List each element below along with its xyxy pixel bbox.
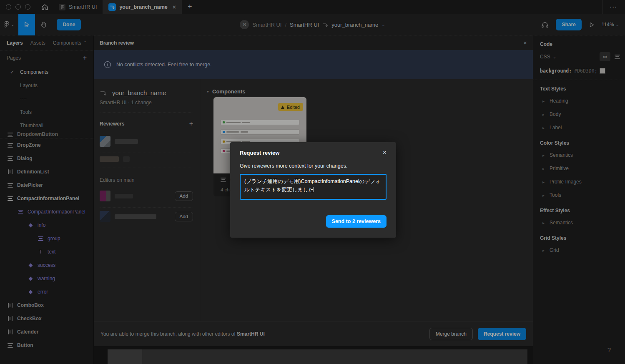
send-to-reviewers-button[interactable]: Send to 2 reviewers (326, 215, 387, 228)
close-icon[interactable]: × (383, 149, 387, 156)
dialog-subtitle: Give reviewers more context for your cha… (240, 156, 387, 174)
review-message-value: (ブランチ運用のデモ用)CompactInfomationPanelのデフォルト… (244, 178, 381, 193)
review-message-input[interactable]: (ブランチ運用のデモ用)CompactInfomationPanelのデフォルト… (240, 174, 387, 200)
dialog-title: Request review (240, 150, 279, 156)
request-review-dialog: Request review × Give reviewers more con… (230, 142, 396, 238)
text-caret (314, 187, 314, 192)
figma-app: SmartHR UI your_branch_name × + ··· ⌄ (0, 0, 625, 364)
